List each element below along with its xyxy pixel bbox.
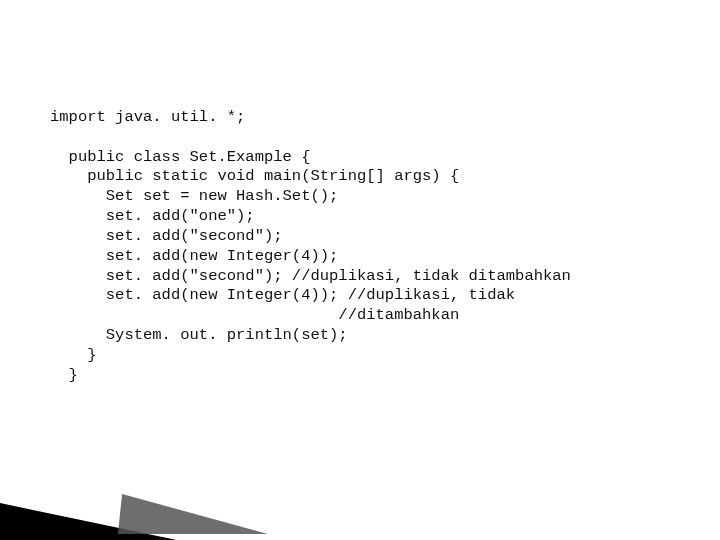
code-block: import java. util. *; public class Set.E… (50, 108, 680, 386)
accent-triangle-grey (118, 494, 272, 534)
accent-triangle-dark-short (0, 498, 236, 540)
slide: import java. util. *; public class Set.E… (0, 0, 720, 540)
accent-triangle-dark-long (0, 514, 314, 540)
slide-accent (0, 400, 330, 540)
